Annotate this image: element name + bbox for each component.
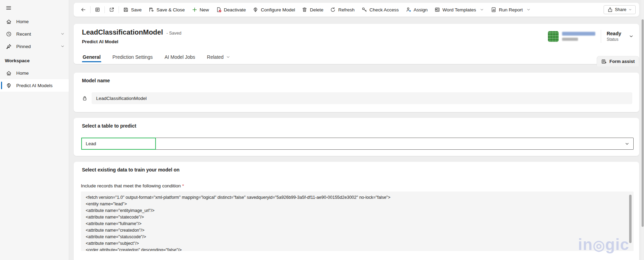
refresh-label: Refresh [338,7,354,12]
page-scrollbar-track[interactable] [641,0,644,260]
form-assist-button[interactable]: Form assist [597,56,639,66]
tab-related[interactable]: Related [206,52,231,64]
tab-general[interactable]: General [82,52,101,64]
model-name-input[interactable]: LeadClassificationModel [92,92,632,104]
chevron-down-icon[interactable] [526,8,531,12]
save-and-close-label: Save & Close [157,7,185,12]
sidebar-item-recent[interactable]: Recent [0,28,69,40]
combobox-chevron-down-icon[interactable] [625,141,629,146]
required-marker: * [182,183,184,188]
delete-button[interactable]: Delete [298,4,327,15]
xml-scrollbar-thumb[interactable] [629,195,632,243]
home-icon [6,70,12,76]
hamburger-menu-icon[interactable] [3,3,15,13]
fetch-xml-line: <attribute name="statuscode"/> [86,234,623,240]
save-status-text: - Saved [167,31,181,36]
form-tabs: GeneralPrediction SettingsAI Model JobsR… [82,52,231,64]
fetch-xml-line: <attribute name="createdon"/> [86,227,623,234]
save-label: Save [131,7,142,12]
fetch-xml-line: <fetch version="1.0" output-format="xml-… [86,194,623,201]
title-row: LeadClassificationModel - Saved [82,28,181,36]
status-field[interactable]: Ready Status [607,31,621,42]
sidebar-item-predict-ai-models[interactable]: Predict AI Models [0,79,69,92]
model-name-heading: Model name [74,73,639,83]
configure-model-label: Configure Model [261,7,295,12]
status-chevron-down-icon[interactable] [629,34,634,39]
back-button[interactable] [77,4,90,15]
delete-label: Delete [310,7,323,12]
word-doc-icon [435,7,440,12]
check-access-button[interactable]: Check Access [358,4,402,15]
save-close-icon [149,7,154,12]
brain-icon [253,7,258,12]
sidebar-item-home[interactable]: Home [0,67,69,79]
deactivate-button[interactable]: Deactivate [213,4,250,15]
sidebar-item-label: Pinned [16,44,31,49]
status-value: Ready [607,31,621,36]
share-button-label: Share [615,7,626,12]
owner-avatar [548,31,559,42]
run-report-label: Run Report [499,7,523,12]
report-icon [491,7,496,12]
chevron-down-icon[interactable] [60,32,65,36]
sidebar-item-home[interactable]: Home [0,15,69,28]
tab-label: AI Model Jobs [165,54,195,60]
share-icon [607,7,613,12]
condition-label-text: Include records that meet the following … [81,183,181,188]
pin-icon [6,44,12,49]
header-divider [601,30,601,43]
app-sidebar: HomeRecentPinned Workspace HomePredict A… [0,0,69,260]
fetch-xml-line: <entity name="lead"> [86,201,623,207]
word-templates-button[interactable]: Word Templates [431,4,487,15]
table-combobox[interactable]: Lead [81,138,634,150]
new-button[interactable]: New [188,4,213,15]
sidebar-item-label: Home [16,19,29,24]
command-bar-items: SaveSave & CloseNewDeactivateConfigure M… [77,4,534,15]
fetch-xml-line: <attribute name="entityimage_url"/> [86,207,623,214]
tab-label: General [83,54,101,60]
command-bar-divider [104,6,105,13]
training-data-section: Select existing data to train your model… [74,162,639,260]
fetch-xml-box[interactable]: <fetch version="1.0" output-format="xml-… [81,192,634,251]
chevron-down-icon[interactable] [480,8,484,12]
table-select-section: Select a table to predict Lead [74,118,639,156]
word-templates-label: Word Templates [442,7,476,12]
sidebar-item-pinned[interactable]: Pinned [0,40,69,53]
form-icon [95,7,100,12]
tab-prediction-settings[interactable]: Prediction Settings [112,52,153,64]
save-and-close-button[interactable]: Save & Close [145,4,188,15]
tab-ai-model-jobs[interactable]: AI Model Jobs [164,52,196,64]
refresh-button[interactable]: Refresh [327,4,358,15]
status-label: Status [607,37,621,42]
person-arrow-icon [406,7,411,12]
refresh-icon [330,7,336,12]
arrow-left-icon [81,7,86,12]
save-button[interactable]: Save [120,4,145,15]
owner-name-masked [562,32,595,36]
sidebar-item-label: Recent [16,31,31,37]
chevron-down-icon[interactable] [226,55,230,59]
record-header-card: LeadClassificationModel - Saved Predict … [74,24,639,64]
page-scrollbar-thumb[interactable] [642,19,644,227]
fetch-xml-line: <order attribute="createdon" descending=… [86,247,623,251]
selected-table-value[interactable]: Lead [81,138,156,150]
training-data-heading: Select existing data to train your model… [74,162,639,173]
configure-model-button[interactable]: Configure Model [249,4,298,15]
form-switcher-button[interactable] [91,4,104,15]
tab-label: Prediction Settings [112,54,153,60]
chevron-down-icon[interactable] [60,44,65,48]
home-icon [6,19,12,25]
form-assist-label: Form assist [609,59,635,64]
condition-label: Include records that meet the following … [81,183,184,188]
deactivate-label: Deactivate [224,7,246,12]
assign-button[interactable]: Assign [402,4,431,15]
fetch-xml-line: <attribute name="subject"/> [86,240,623,247]
popout-button[interactable] [105,4,118,15]
popout-icon [109,7,114,12]
owner-block[interactable]: Ready Status [548,30,634,43]
brain-icon [6,83,12,89]
new-label: New [200,7,209,12]
share-button[interactable]: Share [604,5,636,14]
run-report-button[interactable]: Run Report [487,4,534,15]
owner-texts [562,32,595,41]
